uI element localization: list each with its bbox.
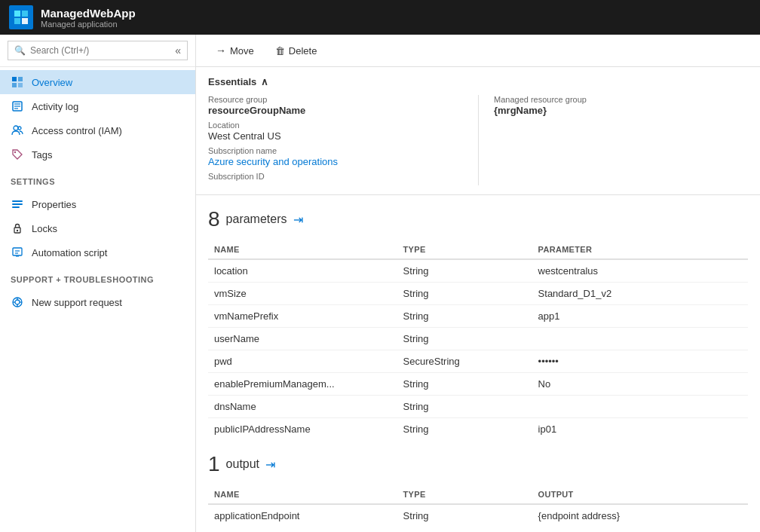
- sidebar-item-label-overview: Overview: [32, 77, 72, 88]
- param-value: Standard_D1_v2: [532, 283, 748, 305]
- table-row: vmSize String Standard_D1_v2: [208, 283, 748, 305]
- delete-icon: [275, 44, 285, 57]
- sidebar-search-container: 🔍 «: [0, 35, 195, 67]
- parameters-label: parameters: [226, 212, 287, 226]
- managed-rg-field: Managed resource group {mrgName}: [494, 95, 748, 116]
- param-name: vmSize: [208, 283, 397, 305]
- svg-rect-2: [14, 18, 20, 24]
- essentials-header[interactable]: Essentials: [208, 76, 748, 87]
- resource-group-value: resourceGroupName: [208, 105, 463, 116]
- subscription-name-value[interactable]: Azure security and operations: [208, 156, 463, 167]
- param-type: String: [397, 418, 532, 441]
- overview-icon: [11, 75, 24, 89]
- table-row: vmNamePrefix String app1: [208, 305, 748, 328]
- parameters-title: 8 parameters ⇥: [208, 207, 748, 231]
- essentials-section: Essentials Resource group resourceGroupN…: [196, 67, 760, 195]
- out-col-header-type: TYPE: [397, 485, 532, 504]
- sidebar-settings-nav: Properties Locks Automation script: [0, 189, 195, 268]
- svg-rect-20: [13, 248, 22, 255]
- support-icon: [11, 295, 24, 309]
- search-input[interactable]: [30, 45, 170, 56]
- delete-label: Delete: [289, 45, 317, 57]
- svg-rect-1: [22, 11, 28, 17]
- move-label: Move: [230, 45, 254, 57]
- parameters-section: 8 parameters ⇥ NAME TYPE PARAMETER locat…: [196, 195, 760, 452]
- essentials-grid: Resource group resourceGroupName Locatio…: [208, 95, 748, 185]
- essentials-left-col: Resource group resourceGroupName Locatio…: [208, 95, 478, 185]
- table-row: publicIPAddressName String ip01: [208, 418, 748, 441]
- param-type: String: [397, 373, 532, 396]
- sidebar-item-overview[interactable]: Overview: [0, 70, 195, 94]
- subscription-id-label: Subscription ID: [208, 172, 463, 181]
- sidebar-item-label-automation: Automation script: [32, 247, 107, 258]
- sidebar-item-locks[interactable]: Locks: [0, 216, 195, 240]
- sidebar-item-tags[interactable]: Tags: [0, 142, 195, 167]
- managed-rg-label: Managed resource group: [494, 95, 748, 104]
- outputs-count: 1: [208, 452, 220, 476]
- param-value: westcentralus: [532, 259, 748, 283]
- essentials-right-col: Managed resource group {mrgName}: [478, 95, 748, 185]
- table-row: dnsName String: [208, 396, 748, 418]
- svg-rect-6: [12, 83, 17, 87]
- svg-rect-5: [18, 77, 23, 81]
- output-value: {endpoint address}: [532, 504, 748, 527]
- location-label: Location: [208, 121, 463, 130]
- output-type: String: [397, 504, 532, 527]
- svg-point-25: [15, 300, 20, 304]
- sidebar-item-label-locks: Locks: [32, 223, 57, 234]
- svg-rect-7: [18, 83, 23, 87]
- param-type: String: [397, 396, 532, 418]
- sidebar-item-new-support[interactable]: New support request: [0, 290, 195, 314]
- param-type: SecureString: [397, 350, 532, 373]
- table-row: userName String: [208, 328, 748, 350]
- sidebar-item-access-control[interactable]: Access control (IAM): [0, 118, 195, 142]
- param-value: [532, 396, 748, 418]
- activity-icon: [11, 99, 24, 113]
- col-header-name: NAME: [208, 240, 397, 259]
- topbar-title: ManagedWebApp Managed application: [41, 7, 136, 29]
- sidebar-item-properties[interactable]: Properties: [0, 192, 195, 216]
- sidebar-item-label-properties: Properties: [32, 199, 76, 210]
- svg-rect-3: [22, 18, 28, 24]
- param-name: publicIPAddressName: [208, 418, 397, 441]
- parameters-link-icon[interactable]: ⇥: [293, 212, 303, 227]
- app-logo: [9, 5, 33, 29]
- outputs-section: 1 output ⇥ NAME TYPE OUTPUT applicationE…: [196, 452, 760, 532]
- param-value: ••••••: [532, 350, 748, 373]
- managed-rg-value: {mrgName}: [494, 105, 748, 116]
- app-name: ManagedWebApp: [41, 7, 136, 20]
- collapse-icon[interactable]: «: [175, 44, 181, 57]
- app-subtitle: Managed application: [41, 20, 136, 29]
- move-icon: [216, 44, 226, 57]
- param-name: location: [208, 259, 397, 283]
- param-name: userName: [208, 328, 397, 350]
- param-name: dnsName: [208, 396, 397, 418]
- outputs-link-icon[interactable]: ⇥: [265, 457, 275, 472]
- resource-group-field: Resource group resourceGroupName: [208, 95, 463, 116]
- subscription-id-field: Subscription ID: [208, 172, 463, 181]
- sidebar-item-activity-log[interactable]: Activity log: [0, 94, 195, 118]
- param-value: No: [532, 373, 748, 396]
- settings-section-title: SETTINGS: [0, 170, 195, 189]
- outputs-title: 1 output ⇥: [208, 452, 748, 476]
- param-type: String: [397, 328, 532, 350]
- table-row: location String westcentralus: [208, 259, 748, 283]
- table-row: enablePremiumManagem... String No: [208, 373, 748, 396]
- essentials-collapse-icon: [261, 76, 268, 87]
- svg-rect-17: [12, 206, 20, 208]
- sidebar-support-nav: New support request: [0, 287, 195, 317]
- subscription-name-label: Subscription name: [208, 146, 463, 155]
- sidebar-item-label-access: Access control (IAM): [32, 125, 122, 136]
- parameters-table: NAME TYPE PARAMETER location String west…: [208, 240, 748, 440]
- sidebar-item-automation[interactable]: Automation script: [0, 240, 195, 264]
- output-name: applicationEndpoint: [208, 504, 397, 527]
- move-button[interactable]: Move: [208, 41, 262, 60]
- svg-rect-4: [12, 77, 17, 81]
- out-col-header-name: NAME: [208, 485, 397, 504]
- access-icon: [11, 124, 24, 137]
- param-value: ip01: [532, 418, 748, 441]
- content-area: Move Delete Essentials Resource group re…: [196, 35, 760, 532]
- delete-button[interactable]: Delete: [268, 41, 325, 60]
- search-box[interactable]: 🔍 «: [8, 41, 188, 60]
- resource-group-label: Resource group: [208, 95, 463, 104]
